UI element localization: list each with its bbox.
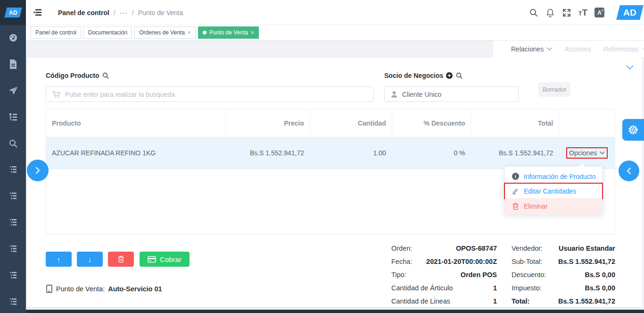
chevron-right-icon — [35, 167, 41, 174]
search-icon — [8, 139, 18, 148]
document-icon — [8, 59, 18, 69]
font-size-icon[interactable]: TT — [578, 8, 587, 17]
zoom-search-icon[interactable] — [102, 72, 109, 79]
summary-row-subtotal: Sub-Total:Bs.S 1.552.941,72 — [512, 255, 615, 268]
sidebar-item-window-1[interactable] — [0, 160, 26, 179]
paper-plane-icon — [8, 85, 18, 96]
collapse-panel-icon[interactable] — [626, 63, 634, 72]
cell-cantidad: 1.00 — [310, 137, 392, 169]
sidebar-item-window-3[interactable] — [0, 213, 26, 232]
order-summary-right: Vendedor:Usuario Estandar Sub-Total:Bs.S… — [512, 242, 615, 308]
sidebar-item-send[interactable] — [0, 81, 26, 100]
arrow-up-icon: ↑ — [57, 255, 61, 263]
close-tab-icon[interactable]: × — [251, 29, 254, 36]
tab-ordenes-de-venta[interactable]: Ordenes de Venta× — [134, 26, 196, 39]
col-header-total: Total — [471, 109, 560, 137]
chevron-down-icon — [600, 151, 605, 155]
cell-precio: Bs.S 1.552.941,72 — [226, 137, 310, 169]
breadcrumb-separator: / — [114, 9, 116, 17]
header-search-icon[interactable] — [529, 8, 538, 17]
breadcrumb: Panel de control / ··· / Punto de Venta — [58, 0, 183, 25]
opciones-dropdown-button[interactable]: Opciones — [566, 147, 608, 159]
cell-total: Bs.S 1.552.941,72 — [471, 137, 560, 169]
cart-icon — [52, 90, 61, 99]
summary-row-orden: Orden:OPOS-68747 — [391, 242, 497, 255]
col-header-precio: Precio — [226, 109, 310, 137]
user-icon — [390, 90, 398, 98]
menu-referencias: Referencias — [603, 45, 644, 53]
breadcrumb-item-current: Punto de Venta — [138, 9, 183, 17]
device-icon — [46, 285, 53, 293]
ad-logo-icon: AD — [4, 8, 22, 17]
delete-line-button[interactable] — [108, 252, 134, 267]
menu-item-informacion-producto[interactable]: i Información de Producto — [505, 169, 602, 184]
chevron-down-icon — [547, 47, 552, 51]
partner-search-icon[interactable] — [455, 72, 463, 79]
summary-row-cantidad-articulo: Cantidad de Árticulo1 — [391, 281, 497, 295]
sidebar-item-documents[interactable] — [0, 55, 26, 74]
font-size-large: T — [582, 8, 587, 17]
move-line-down-button[interactable]: ↓ — [77, 252, 103, 267]
app-logo-small[interactable]: AD — [0, 0, 26, 25]
language-icon[interactable]: A z — [594, 8, 604, 17]
sidebar-item-search[interactable] — [0, 134, 26, 153]
breadcrumb-ellipsis[interactable]: ··· — [120, 9, 128, 17]
window-icon — [8, 191, 18, 201]
menu-item-editar-cantidades[interactable]: Editar Cantidades — [505, 184, 602, 198]
chevron-down-icon — [642, 47, 644, 51]
product-search-field[interactable] — [46, 86, 374, 102]
active-dot — [203, 31, 206, 34]
bottom-panel-edge — [26, 310, 644, 313]
col-header-options — [559, 109, 615, 137]
sidebar-item-window-2[interactable] — [0, 186, 26, 205]
breadcrumb-item-home[interactable]: Panel de control — [58, 9, 109, 17]
add-partner-icon[interactable] — [446, 72, 453, 79]
sidebar-item-menu-tree[interactable] — [0, 108, 26, 127]
pos-panel: Código Producto Socio de Negocios Borrad… — [27, 58, 642, 307]
dashboard-icon — [8, 33, 18, 43]
summary-row-cantidad-lineas: Cantidad de Lineas1 — [391, 295, 497, 308]
window-icon — [8, 297, 18, 306]
cell-descuento: 0 % — [392, 137, 471, 169]
table-row[interactable]: AZUCAR REFINADA REFINO 1KG Bs.S 1.552.94… — [46, 137, 615, 169]
pos-terminal-info: Punto de Venta: Auto-Servicio 01 — [46, 285, 162, 293]
business-partner-label: Socio de Negocios — [384, 72, 463, 79]
window-icon — [8, 165, 18, 174]
options-dropdown-menu: i Información de Producto Editar Cantida… — [504, 166, 603, 215]
product-search-input[interactable] — [65, 91, 368, 98]
notifications-bell-icon[interactable] — [545, 8, 555, 17]
document-status-button[interactable]: Borrador — [538, 82, 570, 97]
business-partner-input[interactable] — [402, 91, 512, 98]
info-icon: i — [512, 173, 519, 180]
settings-button[interactable] — [622, 119, 644, 141]
fullscreen-icon[interactable] — [562, 8, 571, 17]
menu-relaciones[interactable]: Relaciones — [511, 45, 552, 53]
expand-left-panel-button[interactable] — [27, 160, 49, 181]
business-partner-field[interactable] — [384, 86, 519, 102]
tab-documentacion[interactable]: Documentación — [83, 26, 132, 39]
menu-collapse-icon[interactable] — [33, 8, 42, 19]
pos-terminal-label: Punto de Venta: — [56, 285, 105, 293]
trash-icon — [512, 203, 519, 210]
app-logo-large: AD — [616, 5, 644, 20]
window-icon — [8, 244, 18, 254]
close-tab-icon[interactable]: × — [188, 29, 191, 36]
sidebar-item-dashboard[interactable] — [0, 28, 26, 47]
menu-item-eliminar[interactable]: Eliminar — [505, 198, 602, 214]
window-icon — [8, 271, 18, 280]
top-header: Panel de control / ··· / Punto de Venta … — [26, 0, 644, 25]
menu-acciones: Acciones — [564, 45, 591, 53]
sidebar-item-window-4[interactable] — [0, 239, 26, 258]
collapse-right-panel-button[interactable] — [619, 161, 639, 181]
product-code-label: Código Producto — [46, 72, 109, 79]
cobrar-button[interactable]: Cobrar — [140, 252, 190, 267]
sidebar-item-window-5[interactable] — [0, 266, 26, 285]
tab-punto-de-venta[interactable]: Punto de Venta× — [198, 26, 259, 39]
sidebar-item-window-6[interactable] — [0, 292, 26, 311]
move-line-up-button[interactable]: ↑ — [46, 252, 72, 267]
order-summary-left: Orden:OPOS-68747 Fecha:2021-01-20T00:00:… — [391, 242, 497, 308]
sidebar: AD — [0, 0, 26, 313]
tab-panel-de-control[interactable]: Panel de control — [31, 26, 81, 39]
summary-row-vendedor: Vendedor:Usuario Estandar — [512, 242, 615, 255]
chevron-left-icon — [626, 167, 632, 175]
